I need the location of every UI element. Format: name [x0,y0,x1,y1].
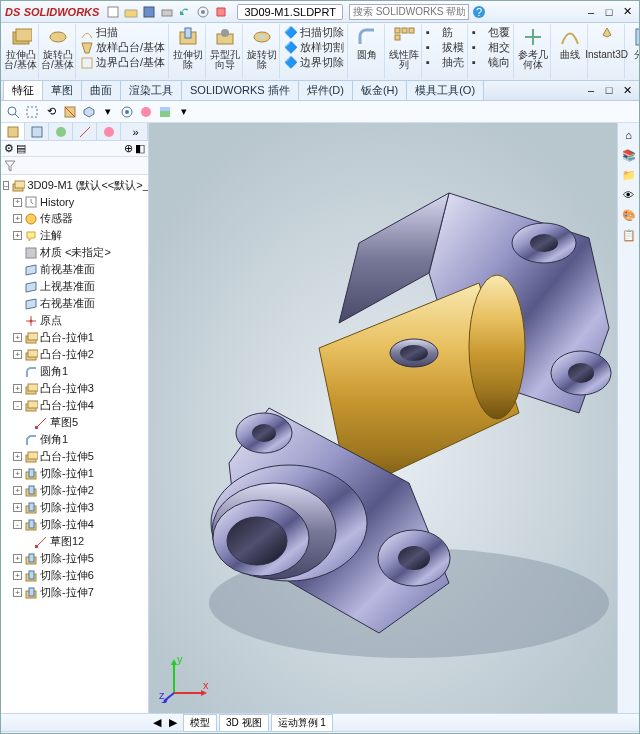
taskpane-explorer-icon[interactable]: 📁 [621,167,637,183]
tree-node[interactable]: +凸台-拉伸5 [1,448,148,465]
print-icon[interactable] [159,4,175,20]
rib-item[interactable]: ▪筋 [426,25,453,40]
tab-addins[interactable]: SOLIDWORKS 插件 [181,80,299,100]
tree-node[interactable]: +凸台-拉伸1 [1,329,148,346]
tab-scroll-left-icon[interactable]: ◀ [149,715,165,731]
doc-close-icon[interactable]: ✕ [619,82,635,98]
tree-node[interactable]: 上视基准面 [1,278,148,295]
linear-pattern-button[interactable]: 线性阵 列 [386,24,422,79]
rebuild-icon[interactable] [213,4,229,20]
shell-item[interactable]: ▪抽壳 [426,55,464,70]
zoom-area-icon[interactable] [24,104,40,120]
panel-expand-icon[interactable]: » [124,123,148,140]
maximize-icon[interactable]: □ [601,4,617,20]
view-orient-icon[interactable] [81,104,97,120]
tree-node[interactable]: +切除-拉伸3 [1,499,148,516]
display-style-icon[interactable]: ▾ [100,104,116,120]
feature-tree[interactable]: –3D09-M1 (默认<<默认>_显示 +History+传感器+注解材质 <… [1,175,148,713]
tree-node[interactable]: 右视基准面 [1,295,148,312]
extrude-boss-button[interactable]: 拉伸凸 台/基体 [3,24,39,79]
split-button[interactable]: 分割 [626,24,639,79]
tree-node[interactable]: +切除-拉伸1 [1,465,148,482]
fillet-button[interactable]: 圆角 [349,24,385,79]
tab-features[interactable]: 特征 [3,80,43,100]
loft-item[interactable]: 放样凸台/基体 [80,40,165,55]
tree-root[interactable]: –3D09-M1 (默认<<默认>_显示 [1,177,148,194]
settings-icon[interactable] [195,4,211,20]
tree-node[interactable]: +切除-拉伸5 [1,550,148,567]
save-icon[interactable] [141,4,157,20]
tree-node[interactable]: 材质 <未指定> [1,244,148,261]
tree-node[interactable]: +传感器 [1,210,148,227]
minimize-icon[interactable]: – [583,4,599,20]
tree-node[interactable]: 倒角1 [1,431,148,448]
property-tab[interactable] [25,123,49,140]
undo-icon[interactable] [177,4,193,20]
extrude-cut-button[interactable]: 拉伸切 除 [170,24,206,79]
dim-tab[interactable] [73,123,97,140]
revolve-boss-button[interactable]: 旋转凸 台/基体 [40,24,76,79]
bottom-tab-motion[interactable]: 运动算例 1 [271,714,333,732]
boundary-item[interactable]: 边界凸台/基体 [80,55,165,70]
zoom-fit-icon[interactable] [5,104,21,120]
tree-node[interactable]: 草图5 [1,414,148,431]
draft-item[interactable]: ▪拔模 [426,40,464,55]
config-tab[interactable] [49,123,73,140]
tree-node[interactable]: +凸台-拉伸2 [1,346,148,363]
display-tab[interactable] [97,123,121,140]
tree-node[interactable]: 圆角1 [1,363,148,380]
tab-mold[interactable]: 模具工具(O) [406,80,484,100]
tab-sheetmetal[interactable]: 钣金(H) [352,80,407,100]
hide-show-icon[interactable] [119,104,135,120]
intersect-item[interactable]: ▪相交 [472,40,510,55]
taskpane-lib-icon[interactable]: 📚 [621,147,637,163]
tree-node[interactable]: +切除-拉伸6 [1,567,148,584]
boundary-cut-item[interactable]: 🔷边界切除 [284,55,344,70]
section-view-icon[interactable] [62,104,78,120]
tree-node[interactable]: +切除-拉伸2 [1,482,148,499]
tab-surface[interactable]: 曲面 [81,80,121,100]
hole-wizard-button[interactable]: 异型孔 向导 [207,24,243,79]
edit-appearance-icon[interactable] [138,104,154,120]
tab-scroll-right-icon[interactable]: ▶ [165,715,181,731]
tree-tool-icon[interactable]: ◧ [135,142,145,155]
help-icon[interactable]: ? [471,4,487,20]
wrap-item[interactable]: ▪包覆 [472,25,510,40]
graphics-viewport[interactable]: yxz [149,123,617,713]
taskpane-view-icon[interactable]: 👁 [621,187,637,203]
prev-view-icon[interactable]: ⟲ [43,104,59,120]
tree-node[interactable]: +凸台-拉伸3 [1,380,148,397]
view-settings-icon[interactable]: ▾ [176,104,192,120]
tab-weldment[interactable]: 焊件(D) [298,80,353,100]
scene-icon[interactable] [157,104,173,120]
help-search-input[interactable] [349,4,469,20]
tree-node[interactable]: -凸台-拉伸4 [1,397,148,414]
tree-node[interactable]: -切除-拉伸4 [1,516,148,533]
ref-geom-button[interactable]: 参考几 何体 [515,24,551,79]
revolve-cut-button[interactable]: 旋转切 除 [244,24,280,79]
doc-min-icon[interactable]: – [583,82,599,98]
tree-node[interactable]: 草图12 [1,533,148,550]
taskpane-home-icon[interactable]: ⌂ [621,127,637,143]
document-tab[interactable]: 3D09-M1.SLDPRT [237,4,343,20]
tab-sketch[interactable]: 草图 [42,80,82,100]
curves-button[interactable]: 曲线 [552,24,588,79]
new-icon[interactable] [105,4,121,20]
bottom-tab-3dview[interactable]: 3D 视图 [219,714,269,732]
feature-tree-tab[interactable] [1,123,25,140]
bottom-tab-model[interactable]: 模型 [183,714,217,732]
tab-render[interactable]: 渲染工具 [120,80,182,100]
tree-tool-icon[interactable]: ⊕ [124,142,133,155]
taskpane-prop-icon[interactable]: 📋 [621,227,637,243]
tree-node[interactable]: +切除-拉伸7 [1,584,148,601]
orientation-triad[interactable]: yxz [159,653,209,703]
tree-node[interactable]: 前视基准面 [1,261,148,278]
tree-filter[interactable] [1,157,148,175]
loft-cut-item[interactable]: 🔷放样切割 [284,40,344,55]
taskpane-appear-icon[interactable]: 🎨 [621,207,637,223]
tree-node[interactable]: 原点 [1,312,148,329]
mirror-item[interactable]: ▪镜向 [472,55,510,70]
tree-tool-icon[interactable]: ▤ [16,142,26,155]
close-icon[interactable]: ✕ [619,4,635,20]
sweep-item[interactable]: 扫描 [80,25,118,40]
